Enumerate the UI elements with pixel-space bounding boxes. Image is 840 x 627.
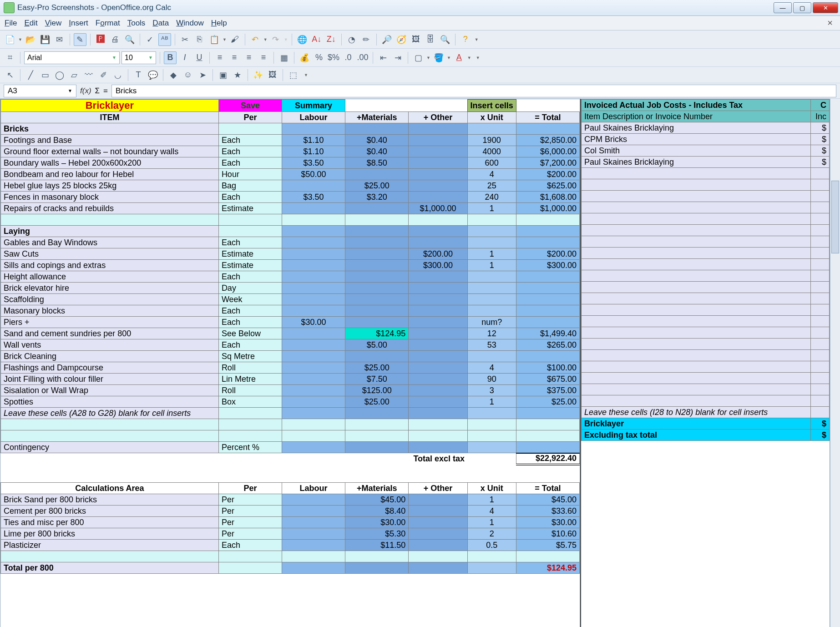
flowchart-icon[interactable]: ▣	[217, 69, 229, 81]
navigator-icon[interactable]: 🧭	[395, 33, 408, 46]
fx-icon[interactable]: f(x)	[80, 86, 91, 96]
menu-insert[interactable]: Insert	[69, 19, 88, 28]
undo-icon[interactable]: ↶	[249, 33, 262, 46]
fontwork-icon[interactable]: ✨	[252, 69, 264, 81]
table-row-item[interactable]: Height allowance	[1, 271, 219, 283]
remove-decimal-icon[interactable]: .00	[356, 51, 369, 64]
invoice-row[interactable]	[582, 202, 811, 213]
menu-file[interactable]: File	[5, 19, 17, 28]
maximize-button[interactable]: ▢	[793, 2, 811, 13]
select-icon[interactable]: ↖	[4, 69, 16, 81]
invoice-row[interactable]	[582, 384, 811, 395]
print-icon[interactable]: 🖨	[109, 33, 121, 46]
format-paint-icon[interactable]: 🖌	[228, 33, 241, 46]
table-row-item[interactable]: Fences in masonary block	[1, 192, 219, 203]
invoice-row[interactable]	[582, 282, 811, 293]
invoice-row[interactable]	[582, 236, 811, 248]
table-row-item[interactable]: Flashings and Dampcourse	[1, 362, 219, 374]
table-row-item[interactable]: Footings and Base	[1, 135, 219, 146]
merge-cells-icon[interactable]: ▦	[278, 51, 290, 64]
invoice-row[interactable]	[582, 327, 811, 339]
find-icon[interactable]: 🔎	[380, 33, 393, 46]
callout-icon[interactable]: 💬	[147, 69, 159, 81]
sum-icon[interactable]: Σ	[95, 86, 100, 96]
table-row-item[interactable]: Piers +	[1, 317, 219, 328]
increase-indent-icon[interactable]: ⇥	[391, 51, 404, 64]
table-row-item[interactable]: Wall vents	[1, 339, 219, 351]
table-row-item[interactable]: Ground floor external walls – not bounda…	[1, 146, 219, 157]
invoice-row[interactable]: Paul Skaines Bricklaying	[582, 157, 811, 168]
currency-icon[interactable]: 💰	[298, 51, 311, 64]
percent-icon[interactable]: %	[313, 51, 325, 64]
align-center-icon[interactable]: ≡	[228, 51, 241, 64]
open-icon[interactable]: 📂	[24, 33, 37, 46]
number-format-icon[interactable]: $%	[327, 51, 340, 64]
table-row-item[interactable]: Contingency	[1, 442, 219, 453]
help-icon[interactable]: ?	[459, 33, 472, 46]
close-button[interactable]: ✕	[813, 2, 838, 13]
table-row-item[interactable]: Hebel glue lays 25 blocks 25kg	[1, 180, 219, 192]
font-name-combo[interactable]: Arial▼	[24, 51, 120, 64]
invoice-row[interactable]	[582, 395, 811, 407]
chart-icon[interactable]: ◔	[345, 33, 358, 46]
menu-help[interactable]: Help	[211, 19, 227, 28]
text-icon[interactable]: T	[132, 69, 145, 81]
spreadsheet-left[interactable]: Bricklayer Save Summary Insert cells ITE…	[0, 99, 580, 627]
bold-button[interactable]: B	[164, 51, 177, 64]
invoice-row[interactable]	[582, 179, 811, 191]
table-row-item[interactable]: Masonary blocks	[1, 305, 219, 317]
copy-icon[interactable]: ⎘	[193, 33, 206, 46]
table-row-item[interactable]: Boundary walls – Hebel 200x600x200	[1, 157, 219, 169]
menu-view[interactable]: View	[45, 19, 62, 28]
invoice-row[interactable]	[582, 225, 811, 236]
symbol-shapes-icon[interactable]: ☺	[182, 69, 194, 81]
table-row-item[interactable]: Laying	[1, 226, 219, 237]
sort-asc-icon[interactable]: A↓	[310, 33, 323, 46]
invoice-row[interactable]	[582, 293, 811, 304]
summary-button[interactable]: Summary	[282, 100, 345, 112]
spellcheck-icon[interactable]: ✓	[144, 33, 157, 46]
arc-icon[interactable]: ◡	[111, 69, 124, 81]
autospell-icon[interactable]: ᴬᴮ	[158, 33, 171, 46]
formula-input[interactable]: Bricks	[111, 85, 836, 97]
table-row-item[interactable]: Repairs of cracks and rebuilds	[1, 203, 219, 214]
ellipse-icon[interactable]: ◯	[53, 69, 66, 81]
pdf-icon[interactable]: 🅿	[94, 33, 107, 46]
rect-icon[interactable]: ▭	[39, 69, 51, 81]
invoice-row[interactable]: Col Smith	[582, 145, 811, 157]
block-arrows-icon[interactable]: ➤	[196, 69, 209, 81]
new-icon[interactable]: 📄	[4, 33, 16, 46]
save-icon[interactable]: 💾	[39, 33, 51, 46]
datasources-icon[interactable]: 🗄	[424, 33, 437, 46]
add-decimal-icon[interactable]: .0	[342, 51, 354, 64]
menu-edit[interactable]: Edit	[24, 19, 37, 28]
spreadsheet-right[interactable]: Invoiced Actual Job Costs - Includes Tax…	[580, 99, 830, 627]
from-file-icon[interactable]: 🖼	[266, 69, 279, 81]
invoice-row[interactable]	[582, 361, 811, 373]
name-box[interactable]: A3▼	[4, 85, 76, 97]
align-left-icon[interactable]: ≡	[213, 51, 226, 64]
table-row-item[interactable]: Sisalation or Wall Wrap	[1, 385, 219, 396]
table-row-item[interactable]: Brick Cleaning	[1, 351, 219, 362]
underline-button[interactable]: U	[193, 51, 206, 64]
table-row-item[interactable]: Gables and Bay Windows	[1, 237, 219, 248]
invoice-row[interactable]: Paul Skaines Bricklaying	[582, 122, 811, 134]
basic-shapes-icon[interactable]: ◆	[167, 69, 180, 81]
align-right-icon[interactable]: ≡	[243, 51, 255, 64]
invoice-row[interactable]	[582, 259, 811, 270]
invoice-row[interactable]	[582, 316, 811, 327]
table-row-item[interactable]: Scaffolding	[1, 294, 219, 305]
font-size-combo[interactable]: 10▼	[121, 51, 156, 64]
bgcolor-icon[interactable]: 🪣	[432, 51, 445, 64]
cut-icon[interactable]: ✂	[179, 33, 192, 46]
menu-tools[interactable]: Tools	[127, 19, 146, 28]
invoice-row[interactable]	[582, 248, 811, 259]
preview-icon[interactable]: 🔍	[123, 33, 136, 46]
hyperlink-icon[interactable]: 🌐	[296, 33, 309, 46]
menu-window[interactable]: Window	[176, 19, 203, 28]
table-row-item[interactable]: Bricks	[1, 123, 219, 135]
styles-icon[interactable]: ⌗	[4, 51, 16, 64]
vertical-scrollbar[interactable]	[830, 99, 840, 627]
borders-icon[interactable]: ▢	[412, 51, 425, 64]
gallery-icon[interactable]: 🖼	[410, 33, 422, 46]
